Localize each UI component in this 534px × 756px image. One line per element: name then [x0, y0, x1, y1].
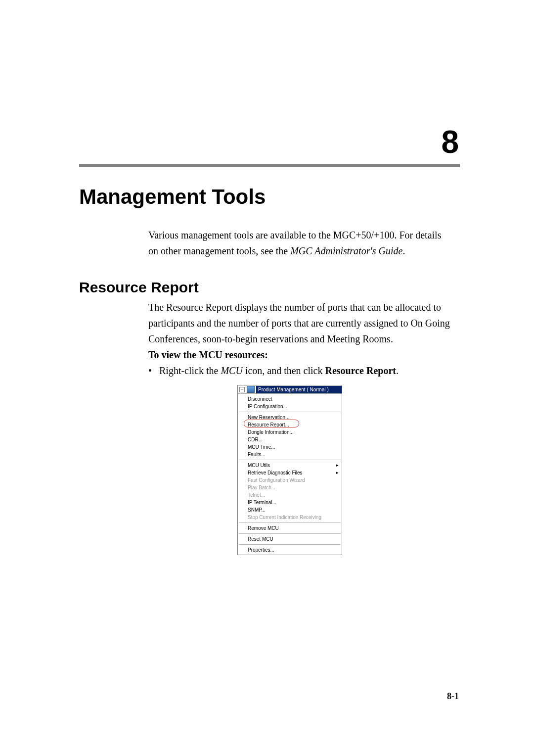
chapter-title: Management Tools — [79, 185, 460, 209]
menu-item-label: New Reservation... — [248, 415, 289, 420]
menu-item-telnet: Telnet... — [238, 491, 342, 499]
submenu-arrow-icon: ▸ — [336, 463, 339, 469]
bullet-text-e: . — [396, 365, 399, 376]
menu-item-ip-terminal[interactable]: IP Terminal... — [238, 499, 342, 506]
page-number: 8-1 — [447, 691, 459, 702]
menu-item-reset-mcu[interactable]: Reset MCU — [238, 535, 342, 543]
section-title-resource-report: Resource Report — [79, 279, 460, 296]
menu-item-dongle-information[interactable]: Dongle Information... — [238, 428, 342, 436]
bullet-text-mcu: MCU — [221, 365, 242, 376]
menu-item-ip-configuration[interactable]: IP Configuration... — [238, 403, 342, 410]
menu-item-mcu-utils[interactable]: MCU Utils ▸ — [238, 462, 342, 469]
tree-collapse-icon[interactable]: − — [239, 387, 245, 392]
menu-item-remove-mcu[interactable]: Remove MCU — [238, 524, 342, 532]
intro-line-2c: . — [402, 245, 405, 256]
bullet-text-c: icon, and then click — [243, 365, 325, 376]
para-line-3: Conferences, soon-to-begin reservations … — [148, 332, 460, 345]
intro-guide-ref: MGC Administrator's Guide — [290, 245, 402, 256]
menu-item-play-batch: Play Batch... — [238, 484, 342, 491]
para-line-1: The Resource Report displays the number … — [148, 301, 460, 314]
menu-separator — [239, 460, 341, 460]
bullet-text-a: Right-click the — [159, 365, 221, 376]
menu-item-stop-indication: Stop Current Indication Receiving — [238, 514, 342, 521]
intro-line-2a: on other management tools, see the — [148, 245, 290, 256]
tree-node-label: Product Management ( Normal ) — [256, 386, 342, 393]
menu-item-mcu-time[interactable]: MCU Time... — [238, 443, 342, 451]
menu-item-label: Retrieve Diagnostic Files — [248, 470, 303, 475]
tree-node-selected[interactable]: − Product Management ( Normal ) — [238, 385, 342, 393]
section-body: The Resource Report displays the number … — [148, 301, 460, 555]
para-line-2: participants and the number of ports tha… — [148, 317, 460, 330]
bullet-text-resource-report: Resource Report — [325, 365, 396, 376]
menu-item-fast-config-wizard: Fast Configuration Wizard — [238, 476, 342, 484]
intro-paragraph: Various management tools are available t… — [148, 229, 460, 257]
menu-item-label: Resource Report... — [248, 422, 289, 427]
menu-item-snmp[interactable]: SNMP... — [238, 506, 342, 514]
subhead-view-mcu-resources: To view the MCU resources: — [148, 348, 460, 361]
menu-separator — [239, 522, 341, 523]
menu-item-disconnect[interactable]: Disconnect — [238, 395, 342, 403]
menu-item-retrieve-diagnostic-files[interactable]: Retrieve Diagnostic Files ▸ — [238, 469, 342, 476]
menu-item-faults[interactable]: Faults... — [238, 451, 342, 458]
intro-line-1: Various management tools are available t… — [148, 230, 441, 240]
chapter-number: 8 — [79, 124, 459, 160]
submenu-arrow-icon: ▸ — [336, 470, 339, 476]
menu-item-new-reservation[interactable]: New Reservation... — [238, 414, 342, 421]
bullet-item: • Right-click the MCU icon, and then cli… — [148, 364, 460, 377]
menu-item-properties[interactable]: Properties... — [238, 546, 342, 554]
menu-separator — [239, 412, 341, 412]
context-menu: Disconnect IP Configuration... New Reser… — [238, 393, 342, 555]
bullet-dot-icon: • — [148, 364, 159, 377]
context-menu-screenshot: − Product Management ( Normal ) Disconne… — [237, 385, 342, 555]
chapter-rule — [79, 164, 460, 167]
menu-separator — [239, 533, 341, 534]
menu-item-resource-report[interactable]: Resource Report... — [238, 421, 342, 428]
menu-item-label: MCU Utils — [248, 463, 270, 468]
mcu-icon[interactable] — [247, 386, 255, 393]
menu-item-cdr[interactable]: CDR... — [238, 436, 342, 443]
menu-separator — [239, 544, 341, 545]
